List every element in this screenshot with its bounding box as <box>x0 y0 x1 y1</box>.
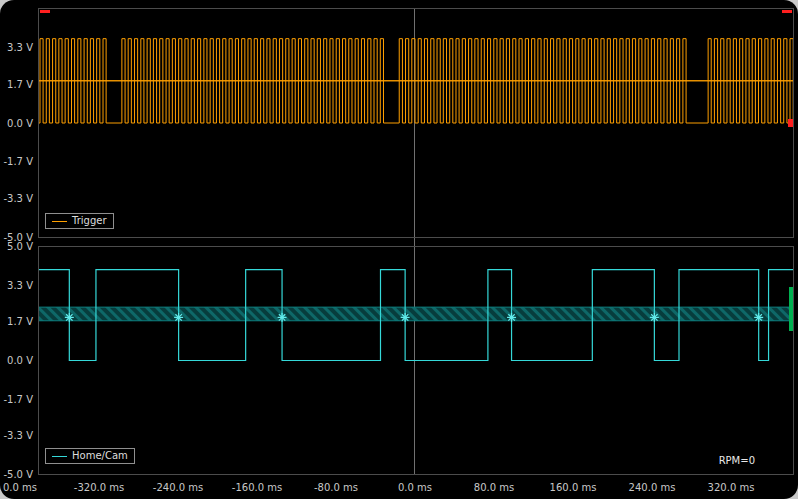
y-tick-label: 1.7 V <box>0 316 33 327</box>
cam-event-marker-icon <box>401 313 410 322</box>
cam-waveform <box>39 247 793 474</box>
x-tick-label: 160.0 ms <box>550 482 597 493</box>
trigger-waveform <box>39 9 793 237</box>
y-tick-label: 3.3 V <box>0 279 33 290</box>
trigger-legend-label: Trigger <box>72 215 107 227</box>
cam-threshold-band[interactable] <box>39 307 793 321</box>
y-tick-label: -1.7 V <box>0 156 33 167</box>
cam-event-marker-icon <box>507 313 516 322</box>
y-tick-label: -5.0 V <box>0 469 33 480</box>
cam-event-marker-icon <box>174 313 183 322</box>
rpm-readout: RPM=0 <box>719 455 755 466</box>
y-tick-label: 0.0 V <box>0 117 33 128</box>
cam-plot-area[interactable]: Home/Cam RPM=0 <box>38 246 794 475</box>
y-tick-label: 1.7 V <box>0 78 33 89</box>
x-tick-label: 80.0 ms <box>474 482 514 493</box>
x-tick-label: 240.0 ms <box>629 482 676 493</box>
cam-event-marker-icon <box>754 313 763 322</box>
cam-legend-label: Home/Cam <box>72 450 128 462</box>
y-tick-label: 0.0 V <box>0 355 33 366</box>
x-tick-label: -80.0 ms <box>314 482 358 493</box>
x-tick-label: -240.0 ms <box>153 482 203 493</box>
trigger-legend[interactable]: Trigger <box>45 213 114 229</box>
x-tick-label: -320.0 ms <box>74 482 124 493</box>
trigger-zero-marker-icon[interactable] <box>788 119 793 127</box>
cam-legend[interactable]: Home/Cam <box>45 448 135 464</box>
clip-indicator-left-icon <box>40 10 50 13</box>
y-tick-label: -1.7 V <box>0 393 33 404</box>
y-tick-label: -3.3 V <box>0 193 33 204</box>
cam-event-marker-icon <box>278 313 287 322</box>
x-tick-label: 320.0 ms <box>708 482 755 493</box>
y-tick-label: -3.3 V <box>0 430 33 441</box>
clip-indicator-right-icon <box>782 10 792 13</box>
x-tick-label: 0.0 ms <box>398 482 432 493</box>
trigger-plot-area[interactable]: Trigger <box>38 8 794 238</box>
cam-event-marker-icon <box>650 313 659 322</box>
x-tick-label: 0.0 ms <box>3 482 37 493</box>
scope-window: Trigger <box>0 0 798 499</box>
x-tick-label: -160.0 ms <box>232 482 282 493</box>
cam-level-marker[interactable] <box>789 287 793 331</box>
cam-event-marker-icon <box>65 313 74 322</box>
cam-line-swatch <box>52 456 67 457</box>
y-tick-label: 5.0 V <box>0 241 33 252</box>
y-tick-label: 3.3 V <box>0 41 33 52</box>
trigger-line-swatch <box>52 221 67 222</box>
